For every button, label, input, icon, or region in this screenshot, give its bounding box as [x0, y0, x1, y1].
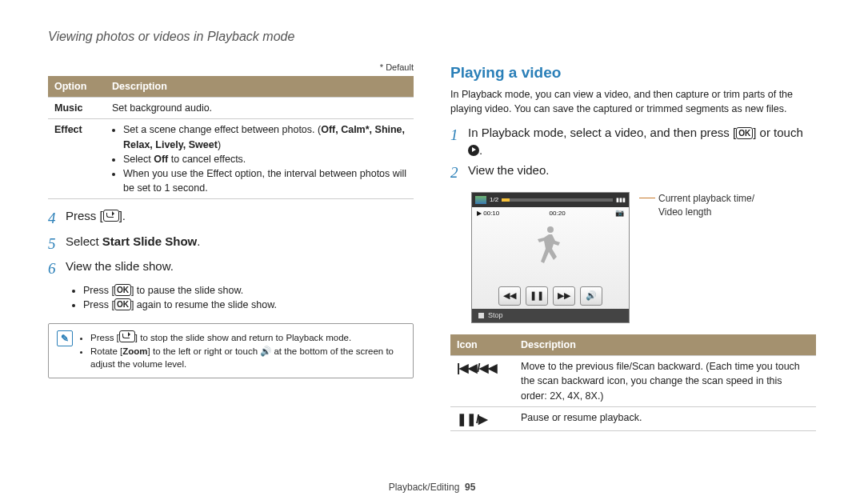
option-desc: Set background audio. — [106, 98, 414, 119]
step: 2View the video. — [450, 162, 816, 184]
step: 5Select Start Slide Show. — [48, 233, 414, 255]
options-table: Option Description Music Set background … — [48, 76, 414, 199]
rewind-button[interactable]: ◀◀ — [498, 286, 521, 306]
page-header: Viewing photos or videos in Playback mod… — [48, 27, 816, 46]
icon-cell: |◀◀/◀◀ — [450, 356, 514, 406]
return-icon — [103, 210, 119, 222]
forward-button[interactable]: ▶▶ — [553, 286, 575, 306]
callout-text: Current playback time/ Video length — [639, 192, 754, 323]
col-option: Option — [48, 76, 106, 98]
step-number: 4 — [48, 207, 66, 230]
procedure-steps: 1In Playback mode, select a video, and t… — [450, 124, 816, 184]
player-topbar: 1/2 ▮▮▮ — [472, 193, 629, 207]
option-name: Effect — [48, 119, 106, 199]
sub-step: Press [OK] again to resume the slide sho… — [83, 298, 414, 312]
leader-line — [639, 198, 655, 198]
stop-icon — [478, 313, 484, 318]
default-footnote: * Default — [48, 62, 414, 74]
left-column: * Default Option Description Music Set b… — [48, 62, 414, 431]
manual-page: Viewing photos or videos in Playback mod… — [0, 0, 864, 504]
desc-cell: Pause or resume playback. — [514, 406, 816, 431]
ok-icon: OK — [736, 127, 753, 139]
note-callout: ✎ Press [] to stop the slide show and re… — [48, 323, 414, 378]
note-icon: ✎ — [57, 330, 73, 346]
prev-scan-icon: |◀◀/◀◀ — [457, 361, 497, 374]
table-row: ❚❚/▶ Pause or resume playback. — [450, 406, 816, 431]
step-number: 6 — [48, 258, 66, 280]
speaker-icon: 🔊 — [260, 346, 271, 356]
file-counter: 1/2 — [490, 195, 498, 205]
desc-cell: Move to the previous file/Scan backward.… — [514, 356, 816, 406]
note-item: Press [] to stop the slide show and retu… — [90, 330, 405, 345]
table-row: Effect Set a scene change effect between… — [48, 119, 414, 199]
bullet: Select Off to cancel effects. — [123, 152, 407, 166]
procedure-steps: 4Press []. 5Select Start Slide Show. 6Vi… — [48, 207, 414, 280]
stop-bar[interactable]: Stop — [472, 309, 629, 322]
note-item: Rotate [Zoom] to the left or right or to… — [90, 345, 405, 371]
step-number: 5 — [48, 233, 66, 255]
pause-play-icon: ❚❚/▶ — [457, 412, 487, 426]
duration: 00:20 — [550, 209, 566, 218]
step: 1In Playback mode, select a video, and t… — [450, 124, 816, 159]
sub-steps: Press [OK] to pause the slide show. Pres… — [72, 283, 414, 312]
volume-button[interactable]: 🔊 — [580, 286, 602, 306]
step-number: 1 — [450, 124, 468, 146]
table-row: |◀◀/◀◀ Move to the previous file/Scan ba… — [450, 356, 816, 406]
table-header-row: Icon Description — [450, 334, 816, 356]
section-intro: In Playback mode, you can view a video, … — [450, 87, 816, 116]
video-player: 1/2 ▮▮▮ ▶ 00:10 00:20 📷 ◀◀ ❚❚ — [471, 192, 630, 323]
table-row: Music Set background audio. — [48, 98, 414, 119]
step-number: 2 — [450, 162, 468, 184]
option-desc: Set a scene change effect between photos… — [106, 119, 414, 199]
step: 6View the slide show. — [48, 258, 414, 280]
pause-button[interactable]: ❚❚ — [526, 286, 548, 306]
icon-table: Icon Description |◀◀/◀◀ Move to the prev… — [450, 334, 816, 431]
col-description: Description — [514, 334, 816, 356]
right-column: Playing a video In Playback mode, you ca… — [450, 62, 816, 431]
section-title: Playing a video — [450, 62, 816, 84]
camera-icon: 📷 — [615, 208, 624, 218]
col-description: Description — [106, 76, 414, 98]
battery-icon: ▮▮▮ — [616, 196, 626, 204]
option-name: Music — [48, 98, 106, 119]
time-row: ▶ 00:10 00:20 📷 — [472, 207, 629, 219]
icon-cell: ❚❚/▶ — [450, 406, 514, 431]
progress-bar — [502, 198, 613, 202]
play-indicator: ▶ 00:10 — [477, 209, 499, 218]
dancer-silhouette-icon — [534, 223, 566, 279]
video-frame — [472, 219, 629, 283]
page-footer: Playback/Editing 95 — [0, 481, 864, 494]
col-icon: Icon — [450, 334, 514, 356]
play-icon — [468, 145, 479, 156]
transport-controls: ◀◀ ❚❚ ▶▶ 🔊 — [472, 283, 629, 309]
bullet: Set a scene change effect between photos… — [123, 122, 407, 151]
table-header-row: Option Description — [48, 76, 414, 98]
return-icon — [119, 330, 135, 342]
ok-icon: OK — [114, 298, 131, 310]
bullet: When you use the Effect option, the inte… — [123, 166, 407, 195]
step: 4Press []. — [48, 207, 414, 230]
video-player-illustration: 1/2 ▮▮▮ ▶ 00:10 00:20 📷 ◀◀ ❚❚ — [471, 192, 816, 323]
two-column-layout: * Default Option Description Music Set b… — [48, 62, 816, 431]
ok-icon: OK — [114, 284, 131, 296]
sub-step: Press [OK] to pause the slide show. — [83, 283, 414, 298]
thumbnail-icon — [475, 196, 486, 204]
